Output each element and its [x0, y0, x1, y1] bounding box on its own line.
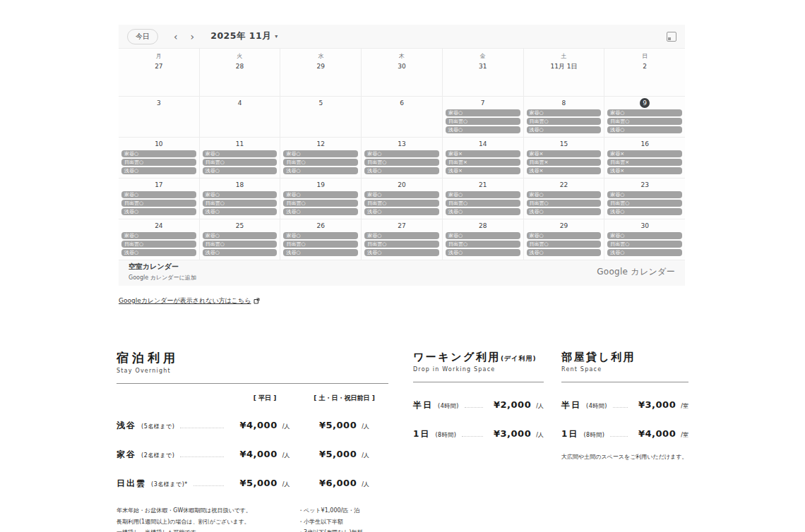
availability-event-pill[interactable]: 日出雲○ — [283, 200, 358, 207]
date-label: 28 — [236, 61, 244, 71]
availability-event-pill[interactable]: 日出雲○ — [203, 241, 278, 248]
availability-event-pill[interactable]: 家谷○ — [121, 150, 196, 157]
date-label: 18 — [236, 180, 244, 190]
availability-event-pill[interactable]: 家谷○ — [203, 191, 278, 198]
availability-event-pill[interactable]: 浅谷○ — [527, 208, 602, 215]
divider — [117, 383, 388, 384]
availability-event-pill[interactable]: 浅谷○ — [121, 167, 196, 174]
dotted-leader — [462, 436, 483, 437]
availability-event-pill[interactable]: 日出雲○ — [364, 159, 439, 166]
availability-event-pill[interactable]: 浅谷× — [527, 167, 602, 174]
availability-event-pill[interactable]: 家谷○ — [607, 191, 682, 198]
weekday-column-header: [ 平日 ] — [229, 394, 300, 403]
availability-event-pill[interactable]: 家谷○ — [527, 109, 602, 116]
availability-event-pill[interactable]: 家谷○ — [203, 232, 278, 239]
working-title-note: (デイ利用) — [501, 355, 537, 362]
availability-event-pill[interactable]: 浅谷○ — [446, 208, 520, 215]
availability-event-pill[interactable]: 日出雲× — [446, 159, 520, 166]
availability-event-pill[interactable]: 家谷○ — [527, 232, 602, 239]
google-calendar-logo[interactable]: Google カレンダー — [597, 266, 675, 278]
availability-event-pill[interactable]: 家谷○ — [446, 232, 520, 239]
availability-event-pill[interactable]: 浅谷○ — [364, 249, 439, 256]
availability-event-pill[interactable]: 日出雲× — [527, 159, 602, 166]
availability-event-pill[interactable]: 浅谷○ — [527, 249, 602, 256]
calendar-fallback-link[interactable]: Googleカレンダーが表示されない方はこちら — [119, 296, 260, 306]
availability-event-pill[interactable]: 家谷○ — [121, 232, 196, 239]
availability-event-pill[interactable]: 日出雲○ — [607, 118, 682, 125]
availability-event-pill[interactable]: 日出雲○ — [364, 200, 439, 207]
calendar-day-cell: 16家谷×日出雲×浅谷× — [604, 138, 685, 178]
availability-event-pill[interactable]: 浅谷○ — [121, 208, 196, 215]
availability-event-pill[interactable]: 日出雲○ — [364, 241, 439, 248]
availability-event-pill[interactable]: 家谷○ — [607, 109, 682, 116]
availability-event-pill[interactable]: 浅谷○ — [446, 249, 520, 256]
availability-event-pill[interactable]: 浅谷○ — [607, 249, 682, 256]
availability-event-pill[interactable]: 家谷○ — [527, 191, 602, 198]
availability-event-pill[interactable]: 家谷× — [446, 150, 520, 157]
add-to-google-calendar-link[interactable]: Google カレンダーに追加 — [129, 274, 196, 282]
availability-event-pill[interactable]: 浅谷○ — [121, 249, 196, 256]
date-label: 4 — [238, 98, 242, 108]
availability-event-pill[interactable]: 家谷○ — [607, 232, 682, 239]
availability-event-pill[interactable]: 日出雲○ — [283, 241, 358, 248]
availability-event-pill[interactable]: 浅谷○ — [607, 126, 682, 133]
availability-event-pill[interactable]: 浅谷○ — [283, 208, 358, 215]
popup-window-icon[interactable] — [667, 32, 676, 42]
availability-event-pill[interactable]: 家谷○ — [283, 150, 358, 157]
availability-event-pill[interactable]: 日出雲○ — [607, 241, 682, 248]
availability-event-pill[interactable]: 日出雲○ — [527, 241, 602, 248]
today-button[interactable]: 今日 — [127, 29, 158, 44]
calendar-day-cell: 12家谷○日出雲○浅谷○ — [280, 138, 362, 178]
availability-event-pill[interactable]: 家谷○ — [121, 191, 196, 198]
availability-event-pill[interactable]: 家谷○ — [446, 109, 520, 116]
calendar-day-cell: 13家谷○日出雲○浅谷○ — [362, 138, 443, 178]
availability-event-pill[interactable]: 日出雲○ — [446, 118, 520, 125]
weekday-label: 日 — [604, 52, 685, 60]
footnote-line: ・ペット¥1,000/匹・泊 — [298, 505, 388, 516]
room-capacity-note: (3名様まで)* — [151, 481, 188, 488]
date-label: 16 — [640, 139, 648, 149]
next-month-icon[interactable]: › — [191, 32, 195, 42]
availability-event-pill[interactable]: 家谷○ — [203, 150, 278, 157]
availability-event-pill[interactable]: 家谷○ — [364, 191, 439, 198]
availability-event-pill[interactable]: 家谷○ — [283, 191, 358, 198]
availability-event-pill[interactable]: 浅谷○ — [283, 249, 358, 256]
availability-event-pill[interactable]: 浅谷○ — [203, 208, 278, 215]
weekend-price: ¥5,000 /人 — [300, 447, 388, 460]
availability-event-pill[interactable]: 日出雲○ — [283, 159, 358, 166]
price-row: 日出雲 (3名様まで)* ¥5,000 /人 ¥6,000 /人 — [117, 476, 388, 490]
calendar-day-cell: 7家谷○日出雲○浅谷○ — [443, 97, 524, 137]
availability-event-pill[interactable]: 浅谷× — [446, 167, 520, 174]
prev-month-icon[interactable]: ‹ — [174, 32, 178, 42]
calendar-month-title[interactable]: 2025年 11月 — [210, 30, 271, 42]
availability-event-pill[interactable]: 家谷○ — [446, 191, 520, 198]
dotted-leader — [180, 457, 224, 457]
availability-event-pill[interactable]: 日出雲○ — [446, 200, 520, 207]
availability-event-pill[interactable]: 家谷○ — [364, 150, 439, 157]
availability-event-pill[interactable]: 家谷× — [527, 150, 602, 157]
availability-event-pill[interactable]: 日出雲○ — [527, 200, 602, 207]
availability-event-pill[interactable]: 浅谷○ — [527, 126, 602, 133]
availability-event-pill[interactable]: 浅谷○ — [203, 167, 278, 174]
divider — [413, 382, 544, 382]
availability-event-pill[interactable]: 日出雲○ — [121, 159, 196, 166]
availability-event-pill[interactable]: 家谷○ — [364, 232, 439, 239]
availability-event-pill[interactable]: 家谷× — [607, 150, 682, 157]
availability-event-pill[interactable]: 日出雲○ — [446, 241, 520, 248]
availability-event-pill[interactable]: 浅谷○ — [203, 249, 278, 256]
availability-event-pill[interactable]: 浅谷× — [607, 167, 682, 174]
availability-event-pill[interactable]: 浅谷○ — [607, 208, 682, 215]
availability-event-pill[interactable]: 浅谷○ — [364, 208, 439, 215]
availability-event-pill[interactable]: 家谷○ — [283, 232, 358, 239]
availability-event-pill[interactable]: 日出雲○ — [203, 159, 278, 166]
availability-event-pill[interactable]: 日出雲○ — [527, 118, 602, 125]
availability-event-pill[interactable]: 日出雲○ — [121, 200, 196, 207]
availability-event-pill[interactable]: 浅谷○ — [283, 167, 358, 174]
chevron-down-icon[interactable]: ▾ — [275, 33, 278, 40]
availability-event-pill[interactable]: 日出雲× — [607, 159, 682, 166]
availability-event-pill[interactable]: 浅谷○ — [364, 167, 439, 174]
availability-event-pill[interactable]: 日出雲○ — [203, 200, 278, 207]
availability-event-pill[interactable]: 日出雲○ — [121, 241, 196, 248]
availability-event-pill[interactable]: 浅谷○ — [446, 126, 520, 133]
availability-event-pill[interactable]: 日出雲○ — [607, 200, 682, 207]
